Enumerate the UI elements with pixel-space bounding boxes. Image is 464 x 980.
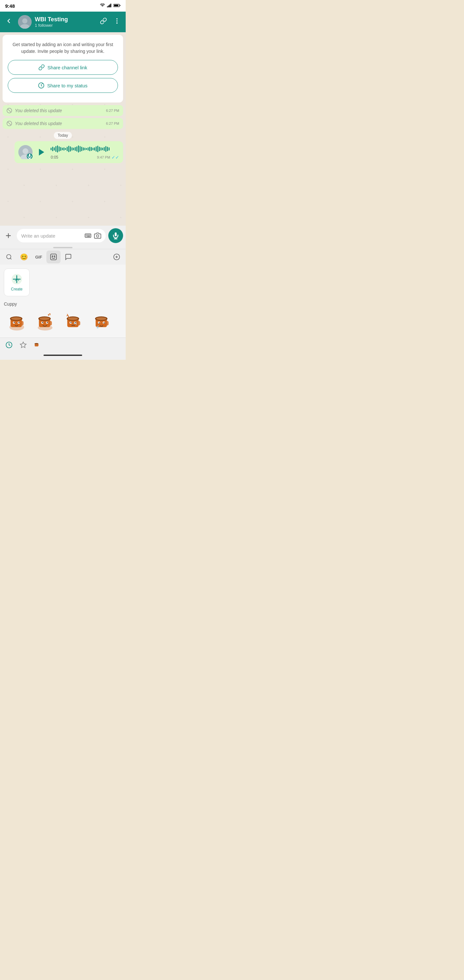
cuppy-section: Cuppy [0,300,126,337]
link-icon-button[interactable] [97,15,110,29]
share-to-status-button[interactable]: Share to my status [8,78,118,93]
favorite-emoji-button[interactable] [18,340,29,350]
header-actions [97,15,123,29]
emoji-add-tab[interactable] [110,250,124,263]
svg-point-12 [116,22,118,24]
emoji-bottom-nav [0,337,126,352]
chat-header: WBI Testing 1 follower [0,12,126,32]
emoji-sticker-tab[interactable] [46,250,60,263]
svg-point-84 [99,322,100,324]
channel-avatar [18,15,32,29]
deleted-message-1-text: You deleted this update [15,108,62,113]
share-channel-link-button[interactable]: Share channel link [8,60,118,75]
sticker-item-2[interactable] [32,309,58,335]
svg-point-91 [35,343,38,344]
svg-point-41 [52,256,53,257]
svg-point-87 [96,326,98,327]
more-options-button[interactable] [111,15,123,29]
svg-line-39 [10,258,11,259]
signal-icon [107,3,111,8]
svg-rect-6 [119,5,120,6]
sticker-section: Create [0,265,126,300]
svg-rect-5 [114,5,119,6]
svg-rect-1 [108,5,109,7]
bottom-handle [0,246,126,249]
channel-info: WBI Testing 1 follower [35,16,94,28]
emoji-gif-tab[interactable]: GIF [32,250,46,263]
camera-icon-button[interactable] [94,232,101,239]
svg-rect-51 [21,321,24,326]
intro-card: Get started by adding an icon and writin… [3,35,123,102]
svg-line-17 [8,122,11,126]
svg-rect-21 [29,154,30,157]
voice-message-bubble: 0:05 9:47 PM ✓✓ [14,141,123,163]
svg-point-72 [75,322,76,323]
deleted-message-2-text: You deleted this update [15,121,62,126]
sticker-grid [4,309,122,335]
emoji-smiley-tab[interactable]: 😊 [17,250,31,263]
emoji-tab-bar: 😊 GIF [0,249,126,265]
svg-rect-35 [115,232,117,236]
create-sticker-button[interactable]: Create [4,269,30,296]
deleted-message-2: You deleted this update 6:27 PM [3,118,123,129]
svg-point-64 [47,322,48,323]
channel-subtitle: 1 follower [35,23,94,28]
back-button[interactable] [3,15,15,29]
svg-rect-40 [51,254,56,260]
svg-point-76 [74,322,75,324]
share-to-status-label: Share to my status [47,83,87,88]
sticker-item-4[interactable] [89,309,115,335]
svg-rect-68 [77,321,80,326]
voice-time: 9:47 PM [97,155,110,159]
svg-point-71 [70,322,72,323]
svg-point-10 [116,18,118,20]
svg-line-75 [67,314,68,316]
double-check-icon: ✓✓ [111,155,119,160]
play-voice-button[interactable] [36,146,48,158]
svg-rect-0 [107,6,108,7]
svg-point-86 [97,327,98,328]
deleted-message-1-time: 6:27 PM [106,109,119,113]
sticker-item-3[interactable] [60,309,86,335]
status-icons [100,3,121,8]
home-bar [43,355,82,356]
add-attachment-button[interactable] [3,230,14,242]
svg-point-54 [14,322,15,323]
voice-duration: 0:05 [51,155,58,159]
channel-title: WBI Testing [35,16,94,23]
svg-point-38 [7,255,11,259]
deleted-message-2-time: 6:27 PM [106,121,119,126]
status-bar: 9:48 [0,0,126,12]
drag-handle [53,247,73,248]
emoji-keyboard: 😊 GIF [0,249,126,352]
status-time: 9:48 [5,3,15,9]
emoji-reactions-tab[interactable] [61,250,75,263]
svg-rect-92 [38,344,39,345]
emoji-search-tab[interactable] [2,250,16,263]
input-bar: Write an update [0,226,126,246]
svg-point-77 [76,324,77,325]
waveform [51,145,119,153]
home-indicator [0,352,126,360]
svg-rect-2 [109,5,110,7]
svg-point-55 [18,322,20,323]
message-input-placeholder[interactable]: Write an update [21,233,82,239]
custom-sticker-button[interactable] [32,340,43,350]
date-label: Today [54,132,72,139]
svg-point-50 [11,317,22,320]
svg-rect-81 [106,321,109,326]
sticker-item-1[interactable] [4,309,30,335]
svg-point-34 [96,235,99,237]
message-input-wrap: Write an update [17,229,106,242]
svg-rect-27 [85,234,91,238]
wave-bar [51,148,52,150]
intro-text: Get started by adding an icon and writin… [8,41,118,55]
recent-emoji-button[interactable] [4,340,14,350]
mic-record-button[interactable] [108,228,123,243]
keyboard-icon-button[interactable] [84,232,92,239]
share-channel-link-label: Share channel link [48,65,87,70]
create-sticker-label: Create [11,287,22,291]
date-separator: Today [3,132,123,138]
wifi-icon [100,3,105,8]
svg-line-15 [8,109,11,113]
